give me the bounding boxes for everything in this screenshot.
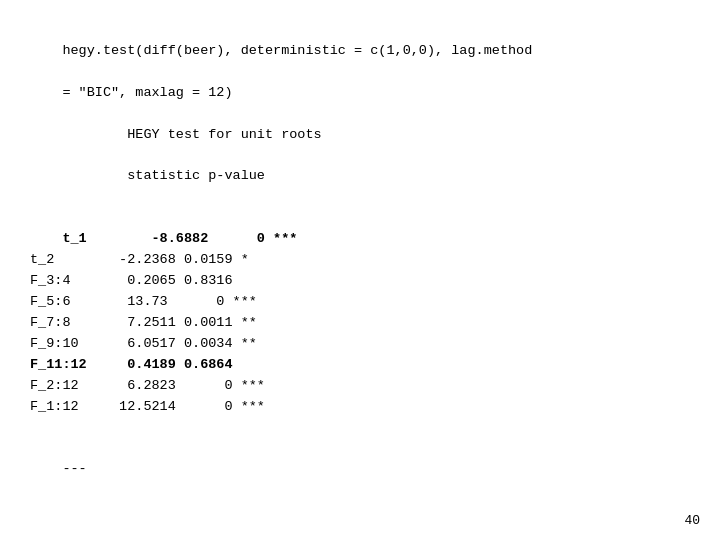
table-row: F_3:4 0.2065 0.8316 <box>30 273 233 288</box>
code-block: hegy.test(diff(beer), deterministic = c(… <box>30 20 690 501</box>
slide-content: hegy.test(diff(beer), deterministic = c(… <box>0 0 720 540</box>
table-row: F_9:10 6.0517 0.0034 ** <box>30 336 257 351</box>
code-line2: = "BIC", maxlag = 12) <box>62 85 232 100</box>
code-line1: hegy.test(diff(beer), deterministic = c(… <box>62 43 532 58</box>
table-row: t_1 -8.6882 0 *** <box>62 231 297 246</box>
code-header1: HEGY test for unit roots <box>62 127 321 142</box>
table-row: F_7:8 7.2511 0.0011 ** <box>30 315 257 330</box>
table-row: t_2 -2.2368 0.0159 * <box>30 252 249 267</box>
code-header2: statistic p-value <box>62 168 265 183</box>
footer-text: Deterministic terms: constant Lag select… <box>30 519 690 540</box>
code-rows: t_1 -8.6882 0 *** t_2 -2.2368 0.0159 * F… <box>30 231 297 413</box>
code-separator: --- <box>62 461 86 476</box>
table-row: F_5:6 13.73 0 *** <box>30 294 257 309</box>
table-row: F_11:12 0.4189 0.6864 <box>30 357 233 372</box>
page-number: 40 <box>684 513 700 528</box>
table-row: F_1:12 12.5214 0 *** <box>30 399 265 414</box>
table-row: F_2:12 6.2823 0 *** <box>30 378 265 393</box>
